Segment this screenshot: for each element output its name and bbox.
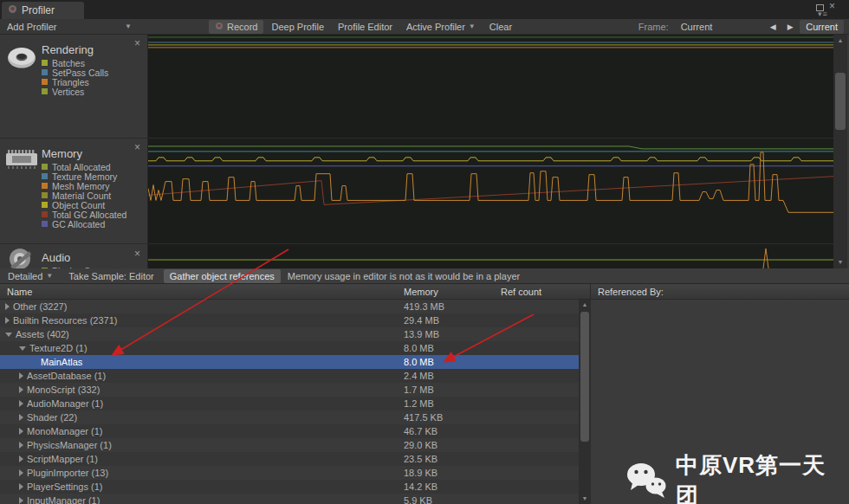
record-button[interactable]: Record	[209, 20, 263, 34]
scroll-up-icon[interactable]: ▲	[833, 36, 847, 45]
legend-item[interactable]: Total GC Allocated	[42, 210, 126, 219]
table-row[interactable]: MainAtlas8.0 MB	[0, 355, 579, 369]
expand-toggle-icon[interactable]	[19, 346, 26, 351]
close-icon[interactable]: ×	[134, 248, 140, 260]
legend-item[interactable]: Mesh Memory	[42, 181, 126, 191]
table-scrollbar[interactable]: ▲ ▼	[579, 300, 591, 504]
table-row[interactable]: Other (3227)419.3 MB	[0, 300, 579, 313]
expand-toggle-icon[interactable]	[19, 469, 23, 476]
expand-toggle-icon[interactable]	[19, 372, 23, 379]
module-card-audio[interactable]: × Audio Playing Sources	[0, 244, 147, 268]
next-frame-button[interactable]: ▶	[781, 23, 799, 31]
tab-label: Profiler	[22, 4, 55, 16]
rendering-chart[interactable]	[148, 35, 834, 139]
row-name: PluginImporter (13)	[27, 468, 108, 478]
expand-toggle-icon[interactable]	[19, 497, 23, 504]
chevron-down-icon: ▼	[469, 23, 476, 30]
profile-editor-button[interactable]: Profile Editor	[332, 20, 399, 34]
legend-item[interactable]: Batches	[42, 58, 108, 68]
row-name: MonoScript (332)	[27, 384, 100, 395]
deep-profile-button[interactable]: Deep Profile	[265, 20, 330, 34]
column-memory[interactable]: Memory	[404, 287, 438, 297]
scrollbar-thumb[interactable]	[835, 73, 846, 130]
table-row[interactable]: ScriptMapper (1)23.5 KB	[0, 452, 579, 466]
table-row[interactable]: Texture2D (1)8.0 MB	[0, 341, 579, 355]
module-card-rendering[interactable]: × Rendering BatchesSetPass CallsTriangle…	[0, 35, 147, 139]
expand-toggle-icon[interactable]	[19, 386, 23, 393]
table-row[interactable]: PlayerSettings (1)14.2 KB	[0, 480, 579, 494]
row-name: PhysicsManager (1)	[27, 440, 112, 450]
legend-item[interactable]: Texture Memory	[42, 171, 126, 181]
watermark-text: 中原VR第一天团	[676, 450, 849, 504]
table-row[interactable]: PhysicsManager (1)29.0 KB	[0, 438, 579, 452]
row-name: Texture2D (1)	[29, 343, 87, 353]
scrollbar-thumb[interactable]	[580, 312, 589, 442]
table-row[interactable]: Assets (402)13.9 MB	[0, 327, 579, 341]
table-row[interactable]: AssetDatabase (1)2.4 MB	[0, 369, 579, 383]
scroll-up-icon[interactable]: ▲	[579, 300, 591, 309]
legend-item[interactable]: Vertices	[42, 87, 108, 96]
legend-item[interactable]: GC Allocated	[42, 219, 126, 229]
legend-swatch	[42, 221, 48, 227]
close-icon[interactable]: ×	[829, 0, 835, 12]
row-memory: 14.2 KB	[404, 481, 437, 492]
legend-item[interactable]: Triangles	[42, 77, 108, 87]
scroll-down-icon[interactable]: ▼	[579, 494, 591, 503]
memory-legend: Total AllocatedTexture MemoryMesh Memory…	[42, 162, 126, 229]
expand-toggle-icon[interactable]	[19, 414, 23, 421]
table-row[interactable]: InputManager (1)5.9 KB	[0, 494, 579, 504]
clear-label: Clear	[489, 22, 512, 32]
expand-toggle-icon[interactable]	[5, 317, 10, 324]
close-icon[interactable]: ×	[134, 141, 140, 153]
table-row[interactable]: Shader (22)417.5 KB	[0, 410, 579, 424]
table-row[interactable]: AudioManager (1)1.2 MB	[0, 397, 579, 410]
memory-detail-toolbar: Detailed ▼ Take Sample: Editor Gather ob…	[0, 268, 849, 284]
table-row[interactable]: MonoManager (1)46.7 KB	[0, 424, 579, 438]
row-memory: 8.0 MB	[404, 343, 434, 353]
legend-swatch	[42, 79, 48, 85]
profiler-tab-icon	[8, 4, 17, 16]
memory-chart[interactable]	[148, 139, 834, 244]
profile-editor-label: Profile Editor	[338, 22, 392, 32]
legend-item[interactable]: Total Allocated	[42, 162, 126, 171]
tab-profiler[interactable]: Profiler	[2, 2, 84, 19]
take-sample-button[interactable]: Take Sample: Editor	[62, 269, 159, 283]
expand-toggle-icon[interactable]	[5, 333, 12, 337]
column-ref-count[interactable]: Ref count	[501, 287, 541, 297]
gather-object-references-button[interactable]: Gather object references	[164, 269, 281, 283]
detailed-dropdown[interactable]: Detailed ▼	[2, 269, 59, 283]
clear-button[interactable]: Clear	[483, 20, 518, 34]
previous-frame-button[interactable]: ◀	[764, 23, 781, 31]
expand-toggle-icon[interactable]	[19, 428, 23, 435]
table-row[interactable]: Builtin Resources (2371)29.4 MB	[0, 313, 579, 327]
pane-menu-icon[interactable]: ▾≡	[818, 10, 828, 18]
legend-item[interactable]: SetPass Calls	[42, 68, 108, 77]
expand-toggle-icon[interactable]	[19, 442, 23, 449]
current-frame-button[interactable]: Current	[800, 20, 844, 34]
row-name: MainAtlas	[41, 357, 82, 367]
row-name: AssetDatabase (1)	[27, 371, 106, 381]
expand-toggle-icon[interactable]	[19, 483, 23, 490]
column-name[interactable]: Name	[7, 287, 32, 297]
gather-label: Gather object references	[170, 271, 275, 281]
expand-toggle-icon[interactable]	[5, 303, 10, 310]
row-name: Builtin Resources (2371)	[13, 315, 117, 326]
profiler-toolbar: Add Profiler ▼ Record Deep Profile Profi…	[0, 19, 849, 35]
table-row[interactable]: PluginImporter (13)18.9 KB	[0, 466, 579, 480]
table-row[interactable]: MonoScript (332)1.7 MB	[0, 383, 579, 397]
module-card-memory[interactable]: × Memory Total AllocatedTexture Memo	[0, 139, 147, 244]
legend-item[interactable]: Object Count	[42, 200, 126, 210]
legend-swatch	[42, 88, 48, 94]
frame-value: Current	[681, 22, 713, 32]
active-profiler-dropdown[interactable]: Active Profiler ▼	[400, 20, 482, 34]
chevron-down-icon: ▼	[46, 272, 53, 280]
expand-toggle-icon[interactable]	[19, 400, 23, 407]
scroll-down-icon[interactable]: ▼	[833, 258, 847, 267]
close-icon[interactable]: ×	[134, 37, 140, 49]
audio-chart[interactable]	[148, 244, 834, 268]
expand-toggle-icon[interactable]	[19, 456, 23, 462]
charts-scrollbar[interactable]: ▲ ▼	[833, 35, 847, 268]
legend-swatch	[42, 164, 48, 170]
legend-item[interactable]: Material Count	[42, 191, 126, 200]
add-profiler-dropdown[interactable]: Add Profiler ▼	[0, 19, 139, 34]
